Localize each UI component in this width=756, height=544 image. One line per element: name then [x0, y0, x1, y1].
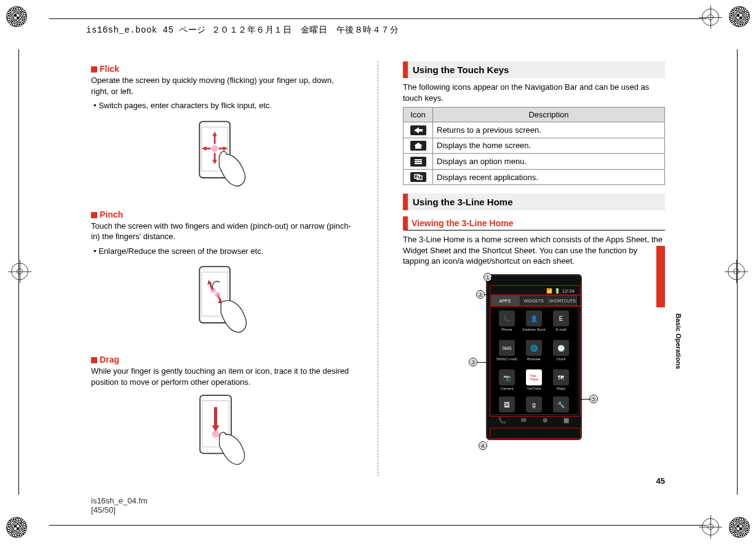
footer-line1: is16sh_e_04.fm	[91, 496, 148, 505]
three-line-heading: Using the 3-Line Home	[403, 194, 665, 210]
list-item: Switch pages, enter characters by flick …	[94, 100, 353, 111]
heading-text: Flick	[100, 64, 119, 74]
svg-rect-19	[415, 161, 422, 162]
touch-keys-intro: The following icons appear on the Naviga…	[403, 82, 665, 103]
recent-apps-icon	[410, 172, 426, 182]
drag-heading: Drag	[91, 355, 353, 365]
side-tab	[656, 246, 665, 307]
table-cell: Returns to a previous screen.	[433, 122, 665, 138]
table-row: Displays an option menu.	[404, 154, 665, 170]
registration-mark	[11, 262, 28, 282]
back-icon	[410, 125, 426, 135]
crop-corner	[0, 0, 49, 49]
callout-box-tabs	[490, 295, 581, 306]
drag-illustration	[185, 391, 259, 477]
table-head-desc: Description	[433, 108, 665, 122]
registration-mark	[728, 262, 745, 282]
table-cell: Displays the home screen.	[433, 138, 665, 154]
pinch-bullets: Enlarge/Reduce the screen of the browser…	[94, 246, 353, 257]
view-para: The 3-Line Home is a home screen which c…	[403, 234, 665, 267]
footer-filename: is16sh_e_04.fm [45/50]	[91, 496, 148, 514]
flick-bullets: Switch pages, enter characters by flick …	[94, 100, 353, 111]
column-separator	[378, 61, 378, 476]
touch-key-table: Icon Description Returns to a previous s…	[403, 107, 665, 185]
crop-corner	[682, 0, 756, 49]
footer-line2: [45/50]	[91, 505, 148, 514]
three-line-home-figure: 📶 🔋 12:34 APPS WIDGETS SHORTCUTS 📞Phone …	[460, 272, 608, 456]
table-cell: Displays an option menu.	[433, 154, 665, 170]
home-icon	[410, 141, 426, 151]
pinch-heading: Pinch	[91, 210, 353, 219]
table-row: Returns to a previous screen.	[404, 122, 665, 138]
svg-point-12	[215, 292, 220, 298]
flick-heading: Flick	[91, 64, 353, 74]
pinch-illustration	[188, 261, 256, 347]
table-cell: Displays recent applications.	[433, 169, 665, 185]
drag-para: While your finger is gently touching an …	[91, 366, 353, 387]
square-bullet-icon	[91, 357, 97, 363]
callout-3: ③	[469, 358, 477, 366]
callout-box-apps	[490, 306, 581, 417]
callout-5: ⑤	[589, 395, 598, 403]
svg-rect-20	[415, 163, 422, 164]
right-column: Using the Touch Keys The following icons…	[403, 61, 665, 476]
callout-box-status	[490, 285, 581, 295]
flick-illustration	[188, 116, 256, 202]
page-body: Flick Operate the screen by quickly movi…	[91, 61, 665, 476]
list-item: Enlarge/Reduce the screen of the browser…	[94, 246, 353, 257]
pinch-para: Touch the screen with two fingers and wi…	[91, 221, 353, 242]
crop-rule	[49, 18, 707, 19]
callout-line	[477, 362, 491, 363]
callout-line	[491, 277, 491, 286]
heading-text: Drag	[100, 355, 119, 365]
side-label: Basic Operations	[675, 313, 682, 369]
crop-corner	[0, 495, 49, 544]
callout-2: ②	[476, 290, 485, 299]
flick-para: Operate the screen by quickly moving (fl…	[91, 75, 353, 97]
square-bullet-icon	[91, 212, 97, 218]
book-header: is16sh_e.book 45 ページ ２０１２年６月１日 金曜日 午後８時４…	[86, 25, 399, 36]
svg-point-17	[212, 430, 219, 438]
crop-corner	[682, 495, 756, 544]
page-number: 45	[656, 476, 665, 486]
callout-line	[485, 294, 491, 295]
svg-point-2	[212, 145, 218, 152]
left-column: Flick Operate the screen by quickly movi…	[91, 61, 353, 476]
callout-line	[581, 399, 591, 400]
callout-box-nav	[490, 428, 581, 439]
view-subheading: Viewing the 3-Line Home	[403, 216, 665, 231]
callout-4: ④	[479, 441, 487, 450]
table-head-icon: Icon	[404, 108, 433, 122]
callout-line	[487, 441, 488, 442]
touch-keys-heading: Using the Touch Keys	[403, 61, 665, 78]
table-row: Displays recent applications.	[404, 169, 665, 185]
svg-rect-18	[415, 159, 422, 160]
table-row: Displays the home screen.	[404, 138, 665, 154]
square-bullet-icon	[91, 66, 97, 73]
menu-icon	[410, 157, 426, 167]
crop-rule	[49, 525, 707, 526]
heading-text: Pinch	[100, 210, 123, 219]
